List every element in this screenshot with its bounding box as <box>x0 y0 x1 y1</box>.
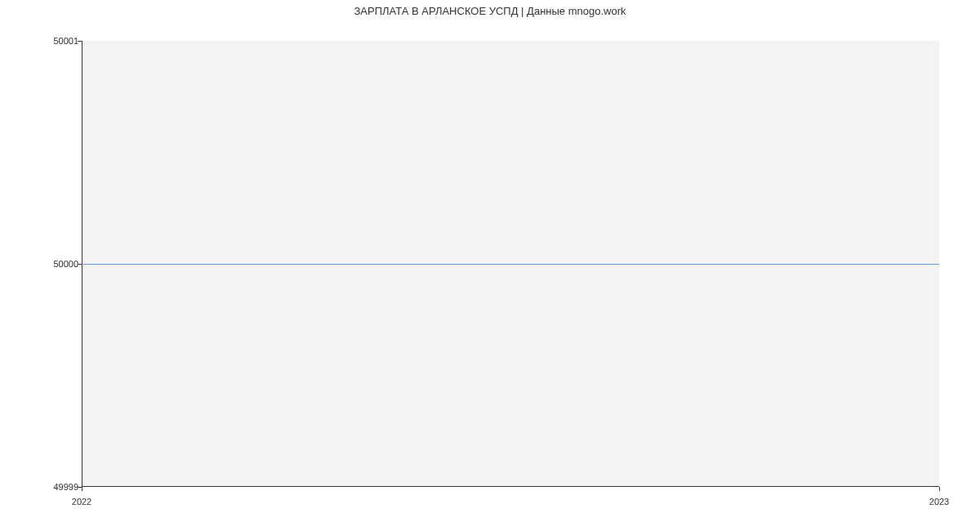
y-tick-mark <box>78 41 82 42</box>
chart-title: ЗАРПЛАТА В АРЛАНСКОЕ УСПД | Данные mnogo… <box>0 5 980 17</box>
x-tick-mark <box>939 487 940 491</box>
data-line <box>82 264 939 265</box>
y-tick-label: 50001 <box>53 36 78 46</box>
x-tick-label: 2022 <box>72 497 91 506</box>
x-tick-mark <box>82 487 82 491</box>
y-tick-label: 50000 <box>53 259 78 269</box>
y-tick-label: 49999 <box>53 482 78 492</box>
x-tick-label: 2023 <box>929 497 949 506</box>
